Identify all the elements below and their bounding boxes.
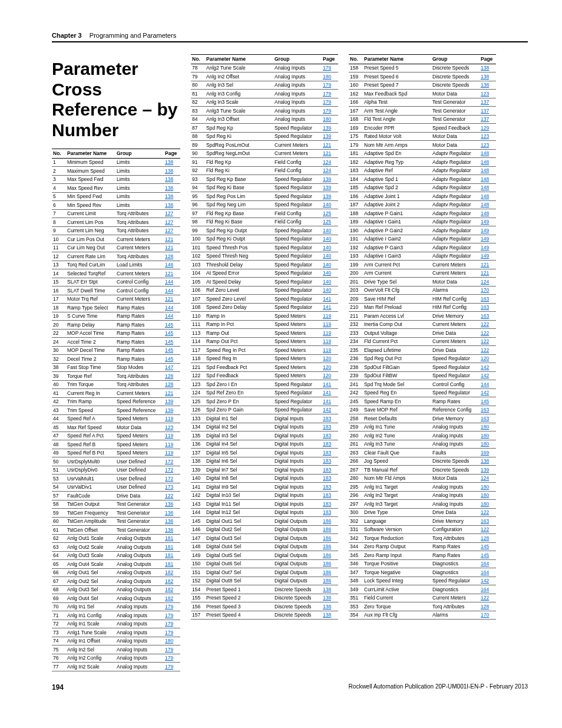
page-link[interactable]: 180 <box>323 74 331 80</box>
page-link[interactable]: 186 <box>323 552 331 558</box>
page-link[interactable]: 119 <box>323 347 331 353</box>
page-link[interactable]: 183 <box>323 416 331 421</box>
page-link[interactable]: 128 <box>165 253 173 259</box>
page-link[interactable]: 163 <box>481 296 489 302</box>
page-link[interactable]: 139 <box>165 407 173 413</box>
page-link[interactable]: 122 <box>481 330 489 336</box>
page-link[interactable]: 121 <box>323 150 331 156</box>
page-link[interactable]: 119 <box>323 313 331 319</box>
page-link[interactable]: 172 <box>165 476 173 482</box>
page-link[interactable]: 172 <box>165 467 173 473</box>
page-link[interactable]: 186 <box>323 526 331 532</box>
page-link[interactable]: 138 <box>323 587 331 592</box>
page-link[interactable]: 183 <box>323 501 331 507</box>
page-link[interactable]: 183 <box>323 424 331 430</box>
page-link[interactable]: 163 <box>481 313 489 319</box>
page-link[interactable]: 173 <box>165 484 173 490</box>
page-link[interactable]: 119 <box>165 416 173 421</box>
page-link[interactable]: 144 <box>481 381 489 387</box>
page-link[interactable]: 179 <box>165 612 173 618</box>
page-link[interactable]: 121 <box>323 142 331 148</box>
page-link[interactable]: 139 <box>323 193 331 199</box>
page-link[interactable]: 179 <box>165 604 173 610</box>
page-link[interactable]: 181 <box>165 552 173 558</box>
page-link[interactable]: 140 <box>323 253 331 259</box>
page-link[interactable]: 144 <box>165 305 173 311</box>
page-link[interactable]: 138 <box>481 65 489 71</box>
page-link[interactable]: 149 <box>481 253 489 259</box>
page-link[interactable]: 148 <box>481 159 489 165</box>
page-link[interactable]: 149 <box>481 236 489 242</box>
page-link[interactable]: 183 <box>323 509 331 515</box>
page-link[interactable]: 142 <box>481 390 489 396</box>
page-link[interactable]: 138 <box>165 168 173 174</box>
page-link[interactable]: 119 <box>165 433 173 439</box>
page-link[interactable]: 148 <box>481 193 489 199</box>
page-link[interactable]: 136 <box>165 501 173 507</box>
page-link[interactable]: 145 <box>165 347 173 353</box>
page-link[interactable]: 164 <box>481 561 489 566</box>
page-link[interactable]: 140 <box>323 245 331 251</box>
page-link[interactable]: 138 <box>165 176 173 182</box>
page-link[interactable]: 128 <box>165 381 173 387</box>
page-link[interactable]: 142 <box>481 364 489 370</box>
page-link[interactable]: 141 <box>323 390 331 396</box>
page-link[interactable]: 170 <box>481 612 489 618</box>
page-link[interactable]: 183 <box>323 433 331 439</box>
page-link[interactable]: 140 <box>323 262 331 268</box>
page-link[interactable]: 124 <box>481 475 489 481</box>
page-link[interactable]: 142 <box>481 578 489 584</box>
page-link[interactable]: 148 <box>481 167 489 173</box>
page-link[interactable]: 138 <box>481 458 489 464</box>
page-link[interactable]: 170 <box>481 287 489 293</box>
page-link[interactable]: 140 <box>323 236 331 242</box>
page-link[interactable]: 144 <box>165 288 173 294</box>
page-link[interactable]: 122 <box>481 595 489 601</box>
page-link[interactable]: 180 <box>481 501 489 507</box>
page-link[interactable]: 121 <box>165 245 173 251</box>
page-link[interactable]: 125 <box>323 219 331 225</box>
page-link[interactable]: 141 <box>323 296 331 302</box>
page-link[interactable]: 182 <box>165 587 173 592</box>
page-link[interactable]: 183 <box>323 492 331 498</box>
page-link[interactable]: 139 <box>323 133 331 139</box>
page-link[interactable]: 186 <box>323 569 331 575</box>
page-link[interactable]: 145 <box>165 339 173 345</box>
page-link[interactable]: 148 <box>481 150 489 156</box>
page-link[interactable]: 180 <box>481 492 489 498</box>
page-link[interactable]: 119 <box>323 338 331 344</box>
page-link[interactable]: 127 <box>165 219 173 225</box>
page-link[interactable]: 163 <box>481 518 489 524</box>
page-link[interactable]: 121 <box>165 296 173 302</box>
page-link[interactable]: 182 <box>165 578 173 584</box>
page-link[interactable]: 145 <box>481 543 489 549</box>
page-link[interactable]: 148 <box>481 185 489 190</box>
page-link[interactable]: 179 <box>323 99 331 105</box>
page-link[interactable]: 181 <box>165 561 173 567</box>
page-link[interactable]: 149 <box>481 219 489 225</box>
page-link[interactable]: 136 <box>165 510 173 516</box>
page-link[interactable]: 141 <box>323 381 331 387</box>
page-link[interactable]: 120 <box>323 373 331 378</box>
page-link[interactable]: 186 <box>323 535 331 541</box>
page-link[interactable]: 164 <box>481 569 489 575</box>
page-link[interactable]: 128 <box>481 604 489 610</box>
page-link[interactable]: 127 <box>165 210 173 216</box>
page-link[interactable]: 125 <box>323 210 331 216</box>
page-link[interactable]: 183 <box>323 467 331 473</box>
page-link[interactable]: 122 <box>481 321 489 327</box>
page-link[interactable]: 148 <box>481 176 489 182</box>
page-link[interactable]: 145 <box>481 398 489 404</box>
page-link[interactable]: 138 <box>323 595 331 601</box>
page-link[interactable]: 180 <box>481 441 489 447</box>
page-link[interactable]: 122 <box>481 347 489 353</box>
page-link[interactable]: 138 <box>481 74 489 80</box>
page-link[interactable]: 179 <box>323 82 331 88</box>
page-link[interactable]: 149 <box>481 245 489 251</box>
page-link[interactable]: 179 <box>165 621 173 627</box>
page-link[interactable]: 122 <box>165 493 173 499</box>
page-link[interactable]: 186 <box>323 578 331 584</box>
page-link[interactable]: 141 <box>323 398 331 404</box>
page-link[interactable]: 123 <box>481 133 489 139</box>
page-link[interactable]: 182 <box>165 595 173 601</box>
